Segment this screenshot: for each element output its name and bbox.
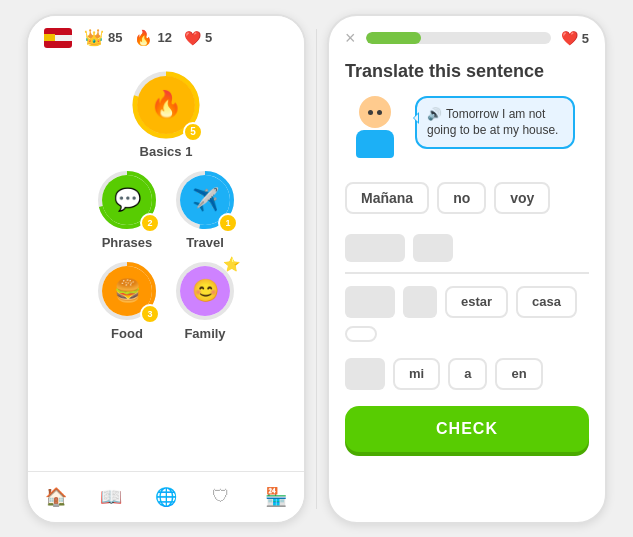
- food-badge: 3: [140, 304, 160, 324]
- hearts-value-left: 5: [205, 30, 212, 45]
- crown-icon: 👑: [84, 28, 104, 47]
- nav-home[interactable]: 🏠: [36, 482, 76, 512]
- progress-bar: [366, 32, 551, 44]
- lesson-phrases[interactable]: 💬 2 Phrases: [96, 169, 158, 250]
- hearts-value-right: 5: [582, 31, 589, 46]
- lesson-family[interactable]: 😊 ⭐ Family: [174, 260, 236, 341]
- basics1-badge: 5: [183, 122, 203, 142]
- speech-text: Tomorrow I am not going to be at my hous…: [427, 107, 558, 138]
- exercise-content: Translate this sentence 🔊Tomorrow I am n…: [329, 61, 605, 522]
- hearts-stat-right: ❤️ 5: [561, 30, 589, 46]
- lesson-food[interactable]: 🍔 3 Food: [96, 260, 158, 341]
- phone-divider: [316, 29, 317, 509]
- lesson-row-3: 🍔 3 Food 😊 ⭐: [96, 260, 236, 341]
- travel-badge: 1: [218, 213, 238, 233]
- left-header: 👑 85 🔥 12 ❤️ 5: [28, 16, 304, 60]
- bank-chip-en[interactable]: en: [495, 358, 542, 390]
- streak-stat: 🔥 12: [134, 29, 171, 47]
- check-button[interactable]: CHECK: [345, 406, 589, 452]
- family-label: Family: [184, 326, 225, 341]
- lesson-travel[interactable]: ✈️ 1 Travel: [174, 169, 236, 250]
- travel-label: Travel: [186, 235, 224, 250]
- bank-chip-casa[interactable]: casa: [516, 286, 577, 318]
- basics1-label: Basics 1: [140, 144, 193, 159]
- nav-explore[interactable]: 🌐: [146, 482, 186, 512]
- right-header: × ❤️ 5: [329, 16, 605, 61]
- used-slot-2: [403, 286, 437, 318]
- nav-shield[interactable]: 🛡: [201, 482, 241, 512]
- right-phone: × ❤️ 5 Translate this sentence: [327, 14, 607, 524]
- bank-chip-a[interactable]: a: [448, 358, 487, 390]
- bank-chip-mi-row: [345, 326, 377, 342]
- used-slot-1: [345, 286, 395, 318]
- char-head: [359, 96, 391, 128]
- word-chip-no[interactable]: no: [437, 182, 486, 214]
- answer-area: [345, 234, 589, 274]
- heart-icon-right: ❤️: [561, 30, 578, 46]
- word-bank: estar casa: [345, 286, 589, 342]
- heart-icon-left: ❤️: [184, 30, 201, 46]
- streak-value: 12: [157, 30, 171, 45]
- phrases-badge: 2: [140, 213, 160, 233]
- left-phone: 👑 85 🔥 12 ❤️ 5: [26, 14, 306, 524]
- character-avatar: [345, 96, 405, 166]
- character-section: 🔊Tomorrow I am not going to be at my hou…: [345, 96, 589, 166]
- lesson-row-2: 💬 2 Phrases ✈️ 1: [96, 169, 236, 250]
- bank-chip-mi[interactable]: mi: [393, 358, 440, 390]
- answer-slots: [345, 234, 589, 270]
- char-eye-right: [377, 110, 382, 115]
- used-slot-row2: [345, 358, 385, 390]
- bank-chip-estar[interactable]: estar: [445, 286, 508, 318]
- progress-bar-fill: [366, 32, 422, 44]
- close-button[interactable]: ×: [345, 28, 356, 49]
- exercise-title: Translate this sentence: [345, 61, 589, 82]
- answer-slot-1: [345, 234, 405, 262]
- xp-stat: 👑 85: [84, 28, 122, 47]
- xp-value: 85: [108, 30, 122, 45]
- char-eye-left: [368, 110, 373, 115]
- fire-icon: 🔥: [134, 29, 153, 47]
- word-chip-manana[interactable]: Mañana: [345, 182, 429, 214]
- word-chip-voy[interactable]: voy: [494, 182, 550, 214]
- lesson-basics1[interactable]: 🔥 5 Basics 1: [131, 70, 201, 159]
- food-label: Food: [111, 326, 143, 341]
- speech-bubble: 🔊Tomorrow I am not going to be at my hou…: [415, 96, 575, 150]
- lessons-content: 🔥 5 Basics 1 💬: [28, 60, 304, 471]
- answer-slot-2: [413, 234, 453, 262]
- word-choices: Mañana no voy: [345, 182, 589, 214]
- bottom-nav: 🏠 📖 🌐 🛡 🏪: [28, 471, 304, 522]
- speaker-icon[interactable]: 🔊: [427, 106, 442, 123]
- phrases-label: Phrases: [102, 235, 153, 250]
- spanish-flag-icon: [44, 28, 72, 48]
- char-torso: [356, 130, 394, 158]
- nav-lessons[interactable]: 📖: [91, 482, 131, 512]
- nav-shop[interactable]: 🏪: [256, 482, 296, 512]
- hearts-stat-left: ❤️ 5: [184, 30, 212, 46]
